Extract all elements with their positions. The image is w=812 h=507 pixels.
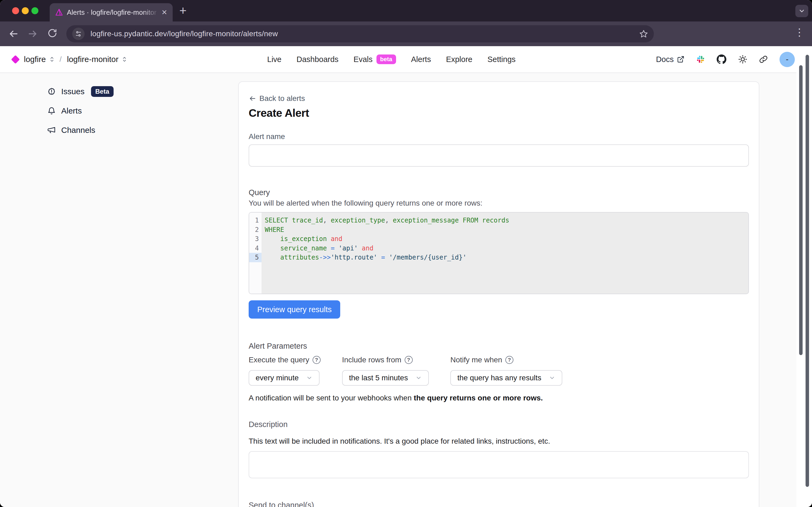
- nav-item-label: Settings: [487, 55, 516, 64]
- param-field: Include rows from?the last 5 minutes: [342, 356, 429, 386]
- param-select[interactable]: the query has any results: [450, 370, 562, 386]
- slack-icon[interactable]: [696, 55, 705, 64]
- sidebar-item-label: Alerts: [61, 106, 82, 115]
- forward-button[interactable]: [28, 29, 38, 39]
- note-bold: the query returns one or more rows.: [414, 394, 543, 402]
- channels-heading: Send to channel(s): [249, 501, 749, 507]
- description-textarea[interactable]: [249, 451, 749, 478]
- code-line: service_name = 'api' and: [265, 244, 748, 253]
- help-icon[interactable]: ?: [505, 356, 513, 364]
- browser-tab[interactable]: Alerts · logfire/logfire-monitor ✕: [50, 3, 173, 21]
- share-link-icon[interactable]: [759, 55, 768, 64]
- breadcrumb: logfire / logfire-monitor: [11, 55, 127, 64]
- nav-item-label: Dashboards: [296, 55, 338, 64]
- browser-window: Alerts · logfire/logfire-monitor ✕ + log…: [0, 0, 812, 507]
- arrow-left-icon: [249, 95, 256, 102]
- close-window-button[interactable]: [12, 7, 19, 14]
- param-label: Execute the query?: [249, 356, 321, 364]
- chevron-down-icon: [798, 7, 805, 14]
- theme-toggle-sun-icon[interactable]: [738, 55, 747, 64]
- sidebar-item-label: Channels: [61, 126, 95, 135]
- url-text[interactable]: logfire-us.pydantic.dev/logfire/logfire-…: [91, 30, 278, 38]
- project-selector[interactable]: logfire-monitor: [67, 55, 119, 64]
- nav-item-explore[interactable]: Explore: [446, 55, 472, 64]
- notification-note: A notification will be sent to your webh…: [249, 394, 749, 402]
- avatar[interactable]: -: [779, 52, 795, 67]
- param-label: Notify me when?: [450, 356, 562, 364]
- alert-name-input[interactable]: [249, 145, 749, 167]
- site-settings-icon[interactable]: [72, 27, 85, 40]
- nav-item-settings[interactable]: Settings: [487, 55, 516, 64]
- nav-item-label: Alerts: [411, 55, 431, 64]
- reload-button[interactable]: [47, 29, 57, 39]
- line-number: 5: [249, 253, 262, 262]
- nav-item-dashboards[interactable]: Dashboards: [296, 55, 338, 64]
- external-link-icon: [677, 56, 685, 63]
- sidebar-item-alerts[interactable]: Alerts: [47, 105, 114, 117]
- window-scrollbar-thumb[interactable]: [806, 55, 809, 487]
- url-bar[interactable]: logfire-us.pydantic.dev/logfire/logfire-…: [66, 25, 654, 42]
- back-to-alerts-link[interactable]: Back to alerts: [249, 94, 749, 103]
- tab-strip: Alerts · logfire/logfire-monitor ✕ +: [0, 0, 812, 21]
- scrollbar-rail: [797, 72, 812, 507]
- nav-item-label: Live: [267, 55, 281, 64]
- param-select[interactable]: every minute: [249, 370, 320, 386]
- docs-label: Docs: [656, 55, 674, 64]
- editor-code[interactable]: SELECT trace_id, exception_type, excepti…: [262, 213, 748, 294]
- chevron-down-icon: [549, 375, 555, 381]
- nav-item-label: Evals: [354, 55, 373, 64]
- megaphone-icon: [47, 126, 56, 134]
- github-icon[interactable]: [717, 54, 726, 64]
- query-subtitle: You will be alerted when the following q…: [249, 199, 749, 208]
- main-nav: LiveDashboardsEvalsbetaAlertsExploreSett…: [267, 54, 516, 64]
- back-label: Back to alerts: [259, 94, 305, 103]
- help-icon[interactable]: ?: [404, 356, 413, 364]
- nav-item-evals[interactable]: Evalsbeta: [354, 54, 396, 64]
- param-field: Execute the query?every minute: [249, 356, 321, 386]
- logfire-logo-icon: [11, 55, 20, 64]
- page-title: Create Alert: [249, 107, 749, 119]
- minimize-window-button[interactable]: [22, 7, 29, 14]
- nav-item-live[interactable]: Live: [267, 55, 281, 64]
- param-label: Include rows from?: [342, 356, 429, 364]
- org-selector[interactable]: logfire: [24, 55, 46, 64]
- description-heading: Description: [249, 420, 749, 429]
- content-scrollbar-thumb[interactable]: [799, 65, 803, 355]
- nav-item-alerts[interactable]: Alerts: [411, 55, 431, 64]
- bookmark-star-icon[interactable]: [639, 30, 648, 38]
- bell-icon: [47, 107, 56, 115]
- description-helper: This text will be included in notificati…: [249, 437, 749, 446]
- beta-badge: Beta: [91, 86, 114, 97]
- param-select-value: the query has any results: [457, 374, 541, 382]
- alert-parameters-heading: Alert Parameters: [249, 342, 749, 350]
- param-select-value: the last 5 minutes: [349, 374, 408, 382]
- code-line: attributes->>'http.route' = '/members/{u…: [265, 253, 748, 262]
- code-line: SELECT trace_id, exception_type, excepti…: [265, 216, 748, 225]
- tab-search-button[interactable]: [795, 5, 808, 17]
- line-number: 1: [249, 216, 262, 225]
- org-caret-icon[interactable]: [50, 56, 54, 63]
- maximize-window-button[interactable]: [32, 7, 38, 14]
- breadcrumb-separator: /: [60, 55, 62, 64]
- param-select-value: every minute: [256, 374, 299, 382]
- sidebar-item-issues[interactable]: IssuesBeta: [47, 86, 114, 98]
- sql-query-editor[interactable]: 12345 SELECT trace_id, exception_type, e…: [249, 212, 749, 294]
- alert-parameters-row: Execute the query?every minuteInclude ro…: [249, 356, 749, 386]
- preview-query-results-button[interactable]: Preview query results: [249, 300, 340, 319]
- sidebar-item-label: Issues: [61, 87, 85, 96]
- note-prefix: A notification will be sent to your webh…: [249, 394, 414, 402]
- issues-icon: [47, 87, 56, 96]
- new-tab-button[interactable]: +: [179, 3, 186, 18]
- create-alert-card: Back to alerts Create Alert Alert name Q…: [238, 81, 759, 507]
- back-button[interactable]: [8, 29, 19, 39]
- nav-item-label: Explore: [446, 55, 472, 64]
- project-caret-icon[interactable]: [122, 56, 127, 63]
- help-icon[interactable]: ?: [313, 356, 321, 364]
- docs-link[interactable]: Docs: [656, 55, 685, 64]
- browser-menu-icon[interactable]: ⋮: [794, 26, 805, 38]
- sidebar-item-channels[interactable]: Channels: [47, 124, 114, 136]
- param-select[interactable]: the last 5 minutes: [342, 370, 429, 386]
- tab-title: Alerts · logfire/logfire-monitor: [67, 8, 159, 17]
- tab-close-icon[interactable]: ✕: [161, 8, 167, 17]
- favicon-logfire-icon: [55, 8, 63, 16]
